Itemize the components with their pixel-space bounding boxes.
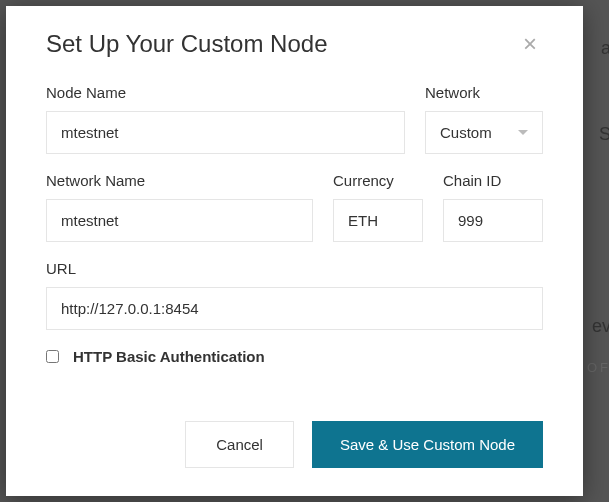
chevron-down-icon (518, 130, 528, 135)
currency-label: Currency (333, 172, 423, 189)
http-auth-label: HTTP Basic Authentication (73, 348, 265, 365)
network-selected-value: Custom (440, 124, 492, 141)
network-select[interactable]: Custom (425, 111, 543, 154)
http-auth-row: HTTP Basic Authentication (46, 348, 543, 365)
custom-node-modal: Set Up Your Custom Node × Node Name Netw… (6, 6, 583, 496)
save-button[interactable]: Save & Use Custom Node (312, 421, 543, 468)
chain-id-field: Chain ID (443, 172, 543, 242)
url-input[interactable] (46, 287, 543, 330)
network-label: Network (425, 84, 543, 101)
close-icon[interactable]: × (517, 30, 543, 58)
cancel-button[interactable]: Cancel (185, 421, 294, 468)
modal-footer: Cancel Save & Use Custom Node (46, 421, 543, 468)
currency-field: Currency (333, 172, 423, 242)
url-field: URL (46, 260, 543, 330)
form: Node Name Network Custom Network Name Cu… (46, 84, 543, 421)
network-name-label: Network Name (46, 172, 313, 189)
node-name-label: Node Name (46, 84, 405, 101)
bg-fragment: ev (592, 316, 609, 337)
network-field: Network Custom (425, 84, 543, 154)
bg-fragment: S (599, 124, 609, 145)
network-name-input[interactable] (46, 199, 313, 242)
http-auth-checkbox[interactable] (46, 350, 59, 363)
network-name-field: Network Name (46, 172, 313, 242)
modal-title: Set Up Your Custom Node (46, 30, 328, 58)
node-name-field: Node Name (46, 84, 405, 154)
chain-id-input[interactable] (443, 199, 543, 242)
bg-fragment: a (601, 38, 609, 59)
url-label: URL (46, 260, 543, 277)
currency-input[interactable] (333, 199, 423, 242)
node-name-input[interactable] (46, 111, 405, 154)
modal-header: Set Up Your Custom Node × (46, 30, 543, 58)
chain-id-label: Chain ID (443, 172, 543, 189)
